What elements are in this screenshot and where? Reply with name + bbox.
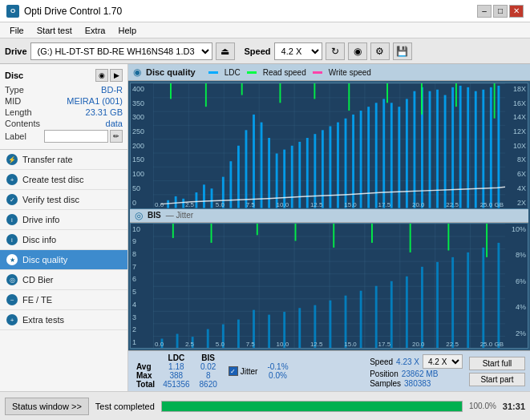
- drive-select[interactable]: (G:) HL-DT-ST BD-RE WH16NS48 1.D3: [30, 42, 212, 60]
- sidebar-item-drive-info[interactable]: i Drive info: [0, 210, 127, 230]
- chart1-x-labels: 0.02.55.07.510.012.515.017.520.022.525.0…: [153, 201, 505, 208]
- progress-container: [161, 401, 463, 412]
- max-ldc: 388: [158, 371, 194, 380]
- svg-rect-75: [467, 252, 469, 348]
- chart2-container: 10987654321: [130, 223, 528, 349]
- svg-rect-71: [406, 276, 408, 348]
- max-jitter: 0.0%: [264, 371, 291, 380]
- disc-icon-btn2[interactable]: ▶: [110, 69, 123, 82]
- progress-percent-label: 100.0%: [469, 402, 496, 410]
- progress-bar-outer: [161, 401, 463, 412]
- menu-start-test[interactable]: Start test: [30, 25, 79, 36]
- create-test-icon: +: [6, 174, 18, 185]
- disc-icon-btn1[interactable]: ◉: [95, 69, 108, 82]
- svg-rect-51: [421, 83, 423, 115]
- app-title: Opti Drive Control 1.70: [24, 6, 122, 17]
- status-text: Test completed: [95, 402, 155, 411]
- svg-rect-19: [314, 134, 316, 208]
- jitter-stats-table: -0.1% 0.0%: [264, 362, 297, 380]
- svg-rect-14: [276, 153, 278, 208]
- speed-select[interactable]: 4.2 X: [274, 42, 322, 60]
- sidebar: Disc ◉ ▶ Type BD-R MID MEIRA1 (001) Leng…: [0, 64, 128, 391]
- svg-rect-74: [451, 256, 454, 348]
- settings-button[interactable]: ⚙: [370, 42, 390, 60]
- svg-rect-85: [447, 224, 449, 250]
- chart2-y-left: 10987654321: [131, 224, 153, 349]
- refresh-button[interactable]: ↻: [326, 42, 345, 60]
- maximize-button[interactable]: □: [493, 5, 508, 18]
- drive-info-icon: i: [6, 214, 18, 225]
- disc-label-row: Label ✏: [5, 130, 123, 143]
- avg-jitter: -0.1%: [264, 362, 291, 371]
- sidebar-item-disc-quality[interactable]: ★ Disc quality: [0, 250, 127, 270]
- verify-test-icon: ✓: [6, 194, 18, 205]
- svg-rect-18: [306, 138, 309, 208]
- sidebar-item-disc-info[interactable]: i Disc info: [0, 230, 127, 250]
- close-button[interactable]: ✕: [509, 5, 524, 18]
- sidebar-item-create-test-disc[interactable]: + Create test disc: [0, 170, 127, 190]
- content-title: Disc quality: [146, 67, 196, 77]
- titlebar: O Opti Drive Control 1.70 – □ ✕: [0, 0, 530, 22]
- status-window-button[interactable]: Status window >>: [5, 398, 89, 415]
- sidebar-item-label-drive-info: Drive info: [22, 215, 59, 224]
- max-bis: 8: [195, 371, 222, 380]
- disc-length-row: Length 23.31 GB: [5, 107, 123, 117]
- disc-button[interactable]: ◉: [348, 42, 367, 60]
- start-full-button[interactable]: Start full: [469, 357, 525, 370]
- svg-rect-77: [497, 242, 500, 348]
- contents-label: Contents: [5, 119, 40, 128]
- sidebar-item-extra-tests[interactable]: + Extra tests: [0, 310, 127, 330]
- speed-value: 4.23 X: [396, 357, 419, 366]
- svg-rect-13: [268, 138, 270, 208]
- minimize-button[interactable]: –: [477, 5, 492, 18]
- disc-contents-row: Contents data: [5, 119, 123, 128]
- disc-title-row: Disc ◉ ▶: [5, 69, 123, 82]
- sidebar-item-label-transfer-rate: Transfer rate: [22, 155, 73, 164]
- chart2-bis-label: BIS: [148, 211, 161, 220]
- mid-value: MEIRA1 (001): [67, 96, 123, 106]
- svg-rect-42: [490, 87, 492, 208]
- svg-rect-16: [291, 146, 293, 208]
- label-label: Label: [5, 131, 26, 141]
- sidebar-item-verify-test-disc[interactable]: ✓ Verify test disc: [0, 190, 127, 210]
- sidebar-item-fe-te[interactable]: ~ FE / TE: [0, 290, 127, 310]
- stats-table: LDC BIS Avg 1.18 0.02 Max 388 8 Total 45…: [133, 353, 222, 389]
- svg-rect-86: [486, 224, 488, 257]
- svg-rect-20: [322, 130, 324, 208]
- svg-rect-84: [410, 224, 411, 252]
- menu-file[interactable]: File: [3, 25, 30, 36]
- chart2-header-icon: ◎: [135, 210, 143, 221]
- start-part-button[interactable]: Start part: [469, 373, 525, 386]
- save-button[interactable]: 💾: [393, 42, 412, 60]
- content-header: ◉ Disc quality LDC Read speed Write spee…: [128, 64, 530, 81]
- chart1-y-left: 400350300250200150100500: [131, 83, 153, 208]
- svg-rect-82: [333, 224, 334, 248]
- jitter-checkbox[interactable]: ✓: [229, 366, 238, 376]
- svg-rect-15: [283, 150, 285, 208]
- disc-section-title: Disc: [5, 71, 23, 80]
- menu-extra[interactable]: Extra: [79, 25, 112, 36]
- position-label: Position: [370, 370, 399, 378]
- type-label: Type: [5, 85, 24, 95]
- disc-panel: Disc ◉ ▶ Type BD-R MID MEIRA1 (001) Leng…: [0, 64, 127, 150]
- eject-button[interactable]: ⏏: [216, 42, 235, 60]
- sidebar-item-cd-bier[interactable]: ◎ CD Bier: [0, 270, 127, 290]
- stats-bar: LDC BIS Avg 1.18 0.02 Max 388 8 Total 45…: [128, 350, 530, 391]
- start-buttons: Start full Start part: [469, 357, 525, 386]
- svg-rect-50: [386, 83, 388, 103]
- svg-rect-11: [253, 115, 255, 208]
- speed-select-stat[interactable]: 4.2 X: [423, 354, 463, 369]
- svg-rect-43: [497, 86, 500, 208]
- menu-help[interactable]: Help: [111, 25, 143, 36]
- chart2-y-right: 10%8%6%4%2%: [505, 224, 528, 349]
- svg-rect-10: [245, 130, 248, 208]
- label-edit-btn[interactable]: ✏: [110, 130, 123, 143]
- disc-label-input[interactable]: [44, 130, 108, 143]
- progress-bar-inner: [162, 402, 462, 411]
- chart2-svg-area: 0.02.55.07.510.012.515.017.520.022.525.0…: [153, 224, 505, 349]
- svg-rect-47: [279, 83, 281, 103]
- svg-rect-12: [261, 123, 263, 208]
- sidebar-item-transfer-rate[interactable]: ⚡ Transfer rate: [0, 150, 127, 170]
- disc-quality-icon: ★: [6, 254, 18, 265]
- titlebar-left: O Opti Drive Control 1.70: [6, 5, 122, 18]
